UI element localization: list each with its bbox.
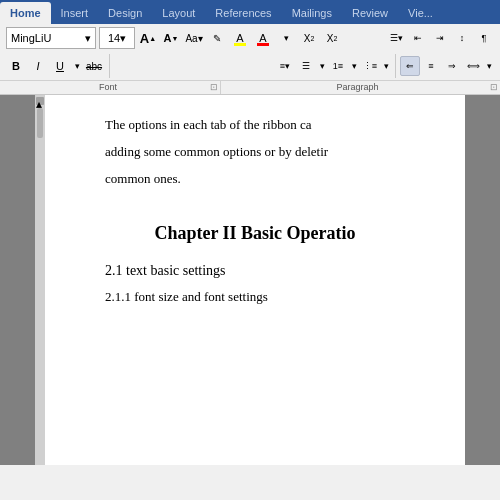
font-size-arrow: ▾	[120, 32, 126, 45]
body-text-line2: adding some common options or by deletir	[105, 142, 405, 163]
section2-heading: 2.1.1 font size and font settings	[105, 287, 405, 308]
show-para-button[interactable]: ¶	[474, 28, 494, 48]
divider1	[109, 54, 110, 78]
toolbar-row2: B I U ▾ abc ≡▾ ☰ ▾ 1≡ ▾ ⋮≡ ▾ ⇐ ≡	[0, 52, 500, 80]
tab-layout[interactable]: Layout	[152, 2, 205, 24]
italic-button[interactable]: I	[28, 56, 48, 76]
underline-dropdown[interactable]: ▾	[72, 56, 82, 76]
multilevel-button[interactable]: ⋮≡	[360, 56, 380, 76]
numbering-button[interactable]: 1≡	[328, 56, 348, 76]
chapter-heading: Chapter II Basic Operatio	[105, 219, 405, 248]
font-name-dropdown[interactable]: MingLiU ▾	[6, 27, 96, 49]
bold-button[interactable]: B	[6, 56, 26, 76]
decrease-font-button[interactable]: A ▼	[161, 28, 181, 48]
font-color-arrow[interactable]: ▾	[276, 28, 296, 48]
font-color-button[interactable]: A	[253, 28, 273, 48]
paragraph-section-label: Paragraph	[225, 82, 490, 92]
increase-font-button[interactable]: A ▲	[138, 28, 158, 48]
font-name-value: MingLiU	[11, 32, 51, 44]
divider2	[395, 54, 396, 78]
indent-increase-button[interactable]: ⇥	[430, 28, 450, 48]
bullets-button[interactable]: ☰	[296, 56, 316, 76]
toolbar-area: MingLiU ▾ 14 ▾ A ▲ A ▼ Aa▾ ✎ A A ▾ X2	[0, 24, 500, 95]
bullets-dropdown[interactable]: ▾	[317, 56, 327, 76]
sort-button[interactable]: ↕	[452, 28, 472, 48]
clear-formatting-button[interactable]: ✎	[207, 28, 227, 48]
highlight-color-button[interactable]: A	[230, 28, 250, 48]
font-size-dropdown[interactable]: 14 ▾	[99, 27, 135, 49]
font-size-value: 14	[108, 32, 120, 44]
font-section-expand[interactable]: ⊡	[210, 82, 218, 92]
body-text-line1: The options in each tab of the ribbon ca	[105, 115, 405, 136]
font-name-arrow: ▾	[85, 32, 91, 45]
justify-button[interactable]: ⟺	[463, 56, 483, 76]
justify-dropdown[interactable]: ▾	[484, 56, 494, 76]
document-area: ▴ The options in each tab of the ribbon …	[0, 95, 500, 465]
section1-heading: 2.1 text basic settings	[105, 260, 405, 282]
page-content: The options in each tab of the ribbon ca…	[45, 95, 465, 465]
line-spacing-button[interactable]: ≡▾	[275, 56, 295, 76]
body-text-line3: common ones.	[105, 169, 405, 190]
toolbar-row1: MingLiU ▾ 14 ▾ A ▲ A ▼ Aa▾ ✎ A A ▾ X2	[0, 24, 500, 52]
tab-review[interactable]: Review	[342, 2, 398, 24]
tab-design[interactable]: Design	[98, 2, 152, 24]
strikethrough-button[interactable]: abc	[84, 56, 104, 76]
scroll-up-button[interactable]: ▴	[36, 97, 44, 105]
scrollbar-thumb[interactable]	[37, 108, 43, 138]
align-left-button[interactable]: ⇐	[400, 56, 420, 76]
paragraph-section-expand[interactable]: ⊡	[490, 82, 498, 92]
tab-home[interactable]: Home	[0, 2, 51, 24]
tab-mailings[interactable]: Mailings	[282, 2, 342, 24]
tab-insert[interactable]: Insert	[51, 2, 99, 24]
numbering-dropdown[interactable]: ▾	[349, 56, 359, 76]
subscript-button[interactable]: X2	[299, 28, 319, 48]
paragraph-spacing-button[interactable]: ☰▾	[386, 28, 406, 48]
align-center-button[interactable]: ≡	[421, 56, 441, 76]
font-section-label: Font	[6, 82, 210, 92]
ribbon: Home Insert Design Layout References Mai…	[0, 0, 500, 24]
tab-view[interactable]: Vie...	[398, 2, 443, 24]
tab-bar: Home Insert Design Layout References Mai…	[0, 0, 500, 24]
underline-button[interactable]: U	[50, 56, 70, 76]
superscript-button[interactable]: X2	[322, 28, 342, 48]
indent-decrease-button[interactable]: ⇤	[408, 28, 428, 48]
align-right-button[interactable]: ⇒	[442, 56, 462, 76]
change-case-button[interactable]: Aa▾	[184, 28, 204, 48]
multilevel-dropdown[interactable]: ▾	[381, 56, 391, 76]
tab-references[interactable]: References	[205, 2, 281, 24]
